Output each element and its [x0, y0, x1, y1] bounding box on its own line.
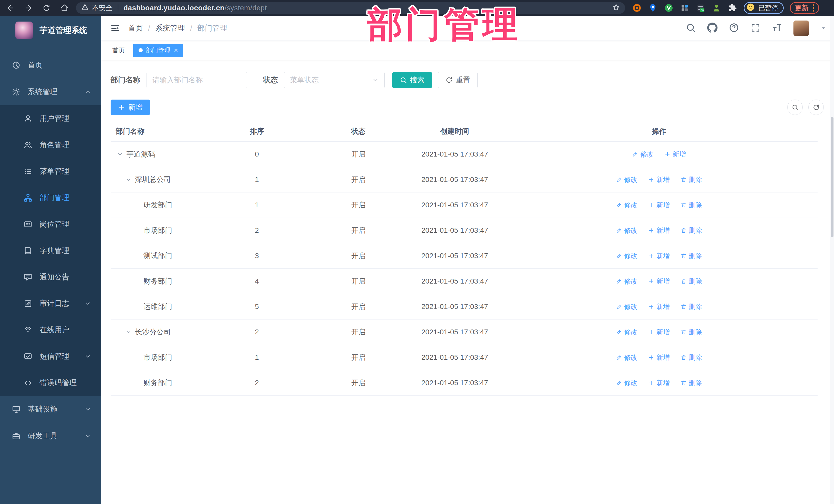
- extension-green-check-icon[interactable]: [664, 3, 673, 13]
- breadcrumb-system[interactable]: 系统管理: [155, 23, 185, 34]
- sidebar-item-短信管理[interactable]: 短信管理: [0, 343, 101, 370]
- delete-icon: [681, 202, 687, 208]
- delete-link[interactable]: 删除: [681, 175, 702, 184]
- help-icon[interactable]: [729, 23, 739, 34]
- sidebar-item-在线用户[interactable]: 在线用户: [0, 317, 101, 343]
- table-toolbar: 新增: [111, 100, 834, 115]
- fullscreen-icon[interactable]: [750, 23, 761, 34]
- back-icon[interactable]: [6, 3, 15, 13]
- edit-link[interactable]: 修改: [616, 175, 637, 184]
- dept-name-input[interactable]: [147, 72, 247, 88]
- sidebar-item-岗位管理[interactable]: 岗位管理: [0, 211, 101, 237]
- cell-status: 开启: [308, 225, 409, 235]
- sidebar-item-角色管理[interactable]: 角色管理: [0, 132, 101, 158]
- delete-link[interactable]: 删除: [681, 251, 702, 261]
- chevron-down-icon[interactable]: [820, 25, 827, 31]
- cell-status: 开启: [308, 175, 409, 184]
- add-link[interactable]: 新增: [648, 251, 670, 261]
- url-bar[interactable]: 不安全 dashboard.yudao.iocoder.cn/system/de…: [76, 2, 625, 14]
- table-row: 财务部门2开启2021-01-05 17:03:47修改新增删除: [111, 370, 817, 396]
- add-link[interactable]: 新增: [648, 175, 670, 184]
- edit-link[interactable]: 修改: [632, 150, 654, 159]
- edit-link[interactable]: 修改: [616, 226, 637, 235]
- edit-link[interactable]: 修改: [616, 328, 637, 337]
- dashboard-icon: [12, 61, 21, 69]
- add-link[interactable]: 新增: [648, 201, 670, 210]
- delete-icon: [681, 354, 687, 360]
- tab-home[interactable]: 首页: [107, 44, 130, 57]
- add-link[interactable]: 新增: [648, 353, 670, 362]
- sidebar-item-菜单管理[interactable]: 菜单管理: [0, 158, 101, 184]
- bookmark-star-icon[interactable]: [612, 4, 620, 12]
- user-avatar[interactable]: [793, 21, 809, 36]
- sidebar-item-label: 错误码管理: [40, 378, 77, 388]
- sidebar-item-label: 基础设施: [28, 404, 58, 414]
- delete-link[interactable]: 删除: [681, 302, 702, 311]
- forward-icon[interactable]: [24, 3, 34, 13]
- delete-link[interactable]: 删除: [681, 353, 702, 362]
- sidebar-item-通知公告[interactable]: 通知公告: [0, 264, 101, 290]
- expand-chevron-icon[interactable]: [124, 175, 133, 184]
- add-link[interactable]: 新增: [664, 150, 686, 159]
- tab-dept-management[interactable]: 部门管理 ×: [133, 44, 183, 57]
- search-button[interactable]: 搜索: [392, 72, 432, 88]
- app-logo[interactable]: 芋道管理系统: [0, 16, 101, 39]
- sidebar-item-研发工具[interactable]: 研发工具: [0, 423, 101, 450]
- extension-person-icon[interactable]: [712, 3, 721, 13]
- home-icon[interactable]: [60, 3, 69, 13]
- show-search-button[interactable]: [787, 100, 803, 115]
- search-icon[interactable]: [686, 23, 696, 34]
- sidebar-item-首页[interactable]: 首页: [0, 52, 101, 79]
- sidebar-item-用户管理[interactable]: 用户管理: [0, 105, 101, 132]
- delete-link[interactable]: 删除: [681, 328, 702, 337]
- add-link[interactable]: 新增: [648, 378, 670, 388]
- scrollbar-thumb[interactable]: [831, 117, 833, 237]
- edit-link[interactable]: 修改: [616, 277, 637, 286]
- extension-grid-icon[interactable]: [680, 3, 689, 13]
- sidebar-item-基础设施[interactable]: 基础设施: [0, 396, 101, 423]
- refresh-button[interactable]: [808, 100, 824, 115]
- sidebar-item-系统管理[interactable]: 系统管理: [0, 79, 101, 105]
- browser-update-button[interactable]: 更新: [790, 2, 819, 14]
- breadcrumb-home[interactable]: 首页: [128, 23, 143, 34]
- security-warning[interactable]: 不安全: [81, 3, 113, 13]
- cell-actions: 修改新增删除: [500, 251, 817, 261]
- extension-pin-icon[interactable]: [648, 3, 657, 13]
- browser-menu-icon[interactable]: [813, 4, 814, 12]
- sidebar-item-部门管理[interactable]: 部门管理: [0, 184, 101, 211]
- action-label: 新增: [656, 251, 670, 261]
- edit-link[interactable]: 修改: [616, 353, 637, 362]
- reset-button[interactable]: 重置: [438, 72, 478, 88]
- browser-profile-chip[interactable]: 已暂停: [744, 2, 784, 14]
- add-link[interactable]: 新增: [648, 277, 670, 286]
- edit-link[interactable]: 修改: [616, 378, 637, 388]
- sidebar-item-错误码管理[interactable]: 错误码管理: [0, 370, 101, 396]
- column-header-actions: 操作: [500, 127, 817, 136]
- extension-orange-icon[interactable]: [632, 3, 641, 13]
- status-select[interactable]: 菜单状态: [284, 72, 385, 88]
- hamburger-icon[interactable]: [110, 23, 120, 34]
- delete-link[interactable]: 删除: [681, 226, 702, 235]
- edit-link[interactable]: 修改: [616, 201, 637, 210]
- add-link[interactable]: 新增: [648, 226, 670, 235]
- cell-actions: 修改新增删除: [500, 277, 817, 286]
- reload-icon[interactable]: [42, 3, 51, 13]
- delete-link[interactable]: 删除: [681, 201, 702, 210]
- github-icon[interactable]: [707, 23, 718, 34]
- expand-chevron-icon[interactable]: [116, 150, 125, 159]
- edit-link[interactable]: 修改: [616, 302, 637, 311]
- edit-link[interactable]: 修改: [616, 251, 637, 261]
- user-icon: [24, 114, 32, 123]
- expand-chevron-icon[interactable]: [124, 328, 133, 336]
- delete-link[interactable]: 删除: [681, 277, 702, 286]
- delete-link[interactable]: 删除: [681, 378, 702, 388]
- close-icon[interactable]: ×: [174, 47, 178, 53]
- extension-on-badge-icon[interactable]: on: [696, 3, 705, 13]
- add-link[interactable]: 新增: [648, 302, 670, 311]
- sidebar-item-字典管理[interactable]: 字典管理: [0, 237, 101, 264]
- sidebar-item-审计日志[interactable]: 审计日志: [0, 290, 101, 317]
- extensions-puzzle-icon[interactable]: [728, 3, 737, 13]
- add-link[interactable]: 新增: [648, 328, 670, 337]
- font-size-icon[interactable]: [772, 23, 782, 34]
- add-button[interactable]: 新增: [111, 100, 150, 115]
